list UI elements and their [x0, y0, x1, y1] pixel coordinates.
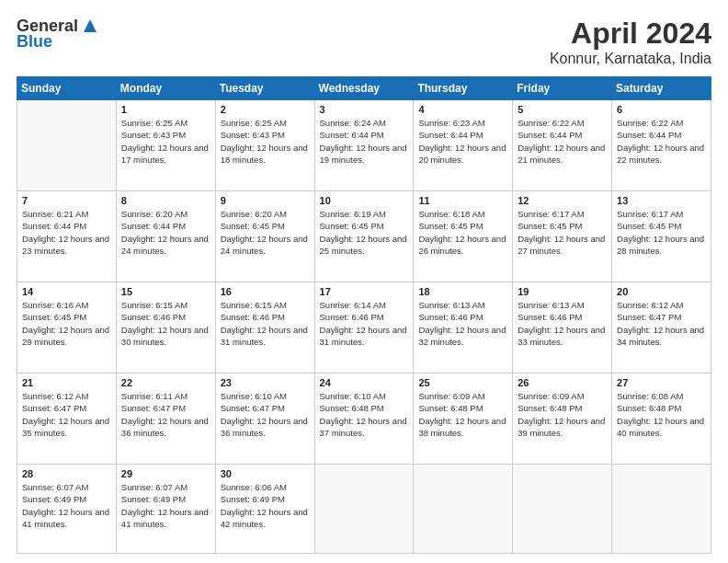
cell-sunrise: Sunrise: 6:09 AM [418, 390, 507, 402]
cell-sunrise: Sunrise: 6:22 AM [518, 117, 607, 129]
table-row: 25Sunrise: 6:09 AMSunset: 6:48 PMDayligh… [414, 373, 513, 465]
cell-sunrise: Sunrise: 6:15 AM [221, 299, 310, 311]
cell-sunset: Sunset: 6:45 PM [320, 220, 409, 232]
table-row: 8Sunrise: 6:20 AMSunset: 6:44 PMDaylight… [116, 191, 215, 282]
cell-info: Sunrise: 6:19 AMSunset: 6:45 PMDaylight:… [320, 208, 409, 257]
cell-sunrise: Sunrise: 6:21 AM [22, 208, 111, 220]
cell-info: Sunrise: 6:14 AMSunset: 6:46 PMDaylight:… [320, 299, 409, 348]
cell-info: Sunrise: 6:11 AMSunset: 6:47 PMDaylight:… [121, 390, 210, 439]
cell-info: Sunrise: 6:10 AMSunset: 6:48 PMDaylight:… [320, 390, 409, 439]
svg-marker-0 [84, 19, 97, 32]
cell-sunrise: Sunrise: 6:14 AM [320, 299, 409, 311]
cell-sunrise: Sunrise: 6:07 AM [22, 481, 111, 493]
table-row: 14Sunrise: 6:16 AMSunset: 6:45 PMDayligh… [17, 282, 117, 373]
cell-sunset: Sunset: 6:46 PM [320, 311, 409, 323]
cell-sunrise: Sunrise: 6:20 AM [221, 208, 310, 220]
cell-sunset: Sunset: 6:44 PM [320, 129, 409, 141]
cell-date: 1 [121, 104, 210, 115]
cell-daylight: Daylight: 12 hours and 41 minutes. [22, 506, 111, 531]
cell-daylight: Daylight: 12 hours and 28 minutes. [617, 233, 706, 258]
table-row: 18Sunrise: 6:13 AMSunset: 6:46 PMDayligh… [414, 282, 513, 373]
table-row: 12Sunrise: 6:17 AMSunset: 6:45 PMDayligh… [513, 191, 612, 282]
cell-sunrise: Sunrise: 6:09 AM [518, 390, 607, 402]
cell-daylight: Daylight: 12 hours and 36 minutes. [221, 415, 310, 440]
cell-sunset: Sunset: 6:48 PM [320, 402, 409, 414]
cell-date: 29 [121, 468, 210, 479]
logo: General Blue [17, 17, 100, 52]
cell-date: 8 [121, 195, 210, 206]
cell-info: Sunrise: 6:25 AMSunset: 6:43 PMDaylight:… [121, 117, 210, 166]
cell-sunrise: Sunrise: 6:06 AM [221, 481, 310, 493]
cell-info: Sunrise: 6:12 AMSunset: 6:47 PMDaylight:… [617, 299, 706, 348]
cell-daylight: Daylight: 12 hours and 25 minutes. [320, 233, 409, 258]
cell-date: 23 [221, 377, 310, 388]
cell-sunset: Sunset: 6:49 PM [22, 493, 111, 505]
cell-sunrise: Sunrise: 6:24 AM [320, 117, 409, 129]
cell-date: 14 [22, 286, 111, 297]
cell-date: 27 [617, 377, 706, 388]
cell-daylight: Daylight: 12 hours and 18 minutes. [221, 142, 310, 167]
cell-info: Sunrise: 6:13 AMSunset: 6:46 PMDaylight:… [418, 299, 507, 348]
cell-sunset: Sunset: 6:44 PM [617, 129, 706, 141]
logo-icon [80, 16, 100, 36]
cell-daylight: Daylight: 12 hours and 31 minutes. [221, 324, 310, 349]
table-row: 2Sunrise: 6:25 AMSunset: 6:43 PMDaylight… [215, 100, 314, 191]
cell-sunset: Sunset: 6:45 PM [221, 220, 310, 232]
table-row: 20Sunrise: 6:12 AMSunset: 6:47 PMDayligh… [612, 282, 711, 373]
cell-sunset: Sunset: 6:43 PM [121, 129, 210, 141]
cell-sunset: Sunset: 6:43 PM [221, 129, 310, 141]
table-row: 7Sunrise: 6:21 AMSunset: 6:44 PMDaylight… [17, 191, 117, 282]
page: General Blue April 2024 Konnur, Karnatak… [0, 0, 728, 563]
cell-sunset: Sunset: 6:48 PM [617, 402, 706, 414]
col-friday: Friday [513, 77, 612, 100]
cell-sunset: Sunset: 6:48 PM [518, 402, 607, 414]
cell-daylight: Daylight: 12 hours and 27 minutes. [518, 233, 607, 258]
cell-sunset: Sunset: 6:44 PM [22, 220, 111, 232]
cell-sunrise: Sunrise: 6:13 AM [418, 299, 507, 311]
cell-sunrise: Sunrise: 6:10 AM [221, 390, 310, 402]
cell-sunset: Sunset: 6:45 PM [617, 220, 706, 232]
cell-date: 20 [617, 286, 706, 297]
cell-sunrise: Sunrise: 6:20 AM [121, 208, 210, 220]
table-row: 19Sunrise: 6:13 AMSunset: 6:46 PMDayligh… [513, 282, 612, 373]
calendar-header-row: Sunday Monday Tuesday Wednesday Thursday… [17, 77, 711, 100]
cell-date: 11 [418, 195, 507, 206]
cell-sunrise: Sunrise: 6:12 AM [22, 390, 111, 402]
cell-info: Sunrise: 6:17 AMSunset: 6:45 PMDaylight:… [617, 208, 706, 257]
cell-sunset: Sunset: 6:47 PM [121, 402, 210, 414]
table-row: 26Sunrise: 6:09 AMSunset: 6:48 PMDayligh… [513, 373, 612, 465]
cell-daylight: Daylight: 12 hours and 20 minutes. [418, 142, 507, 167]
cell-sunrise: Sunrise: 6:19 AM [320, 208, 409, 220]
cell-sunrise: Sunrise: 6:11 AM [121, 390, 210, 402]
cell-daylight: Daylight: 12 hours and 17 minutes. [121, 142, 210, 167]
cell-info: Sunrise: 6:17 AMSunset: 6:45 PMDaylight:… [518, 208, 607, 257]
cell-date: 10 [320, 195, 409, 206]
table-row: 24Sunrise: 6:10 AMSunset: 6:48 PMDayligh… [314, 373, 414, 465]
cell-sunrise: Sunrise: 6:15 AM [121, 299, 210, 311]
table-row: 6Sunrise: 6:22 AMSunset: 6:44 PMDaylight… [612, 100, 711, 191]
cell-daylight: Daylight: 12 hours and 19 minutes. [320, 142, 409, 167]
calendar-row: 14Sunrise: 6:16 AMSunset: 6:45 PMDayligh… [17, 282, 711, 373]
calendar-row: 1Sunrise: 6:25 AMSunset: 6:43 PMDaylight… [17, 100, 711, 191]
calendar-row: 28Sunrise: 6:07 AMSunset: 6:49 PMDayligh… [17, 465, 711, 554]
cell-info: Sunrise: 6:22 AMSunset: 6:44 PMDaylight:… [518, 117, 607, 166]
table-row [513, 465, 612, 554]
cell-info: Sunrise: 6:16 AMSunset: 6:45 PMDaylight:… [22, 299, 111, 348]
cell-daylight: Daylight: 12 hours and 26 minutes. [418, 233, 507, 258]
cell-daylight: Daylight: 12 hours and 31 minutes. [320, 324, 409, 349]
cell-date: 30 [221, 468, 310, 479]
cell-sunset: Sunset: 6:49 PM [121, 493, 210, 505]
cell-sunset: Sunset: 6:46 PM [418, 311, 507, 323]
cell-date: 5 [518, 104, 607, 115]
cell-daylight: Daylight: 12 hours and 41 minutes. [121, 506, 210, 531]
cell-sunrise: Sunrise: 6:16 AM [22, 299, 111, 311]
cell-daylight: Daylight: 12 hours and 40 minutes. [617, 415, 706, 440]
cell-date: 3 [320, 104, 409, 115]
calendar-subtitle: Konnur, Karnataka, India [550, 51, 711, 67]
cell-sunrise: Sunrise: 6:07 AM [121, 481, 210, 493]
cell-info: Sunrise: 6:12 AMSunset: 6:47 PMDaylight:… [22, 390, 111, 439]
calendar-row: 21Sunrise: 6:12 AMSunset: 6:47 PMDayligh… [17, 373, 711, 465]
cell-date: 15 [121, 286, 210, 297]
table-row: 29Sunrise: 6:07 AMSunset: 6:49 PMDayligh… [116, 465, 215, 554]
cell-sunset: Sunset: 6:47 PM [22, 402, 111, 414]
